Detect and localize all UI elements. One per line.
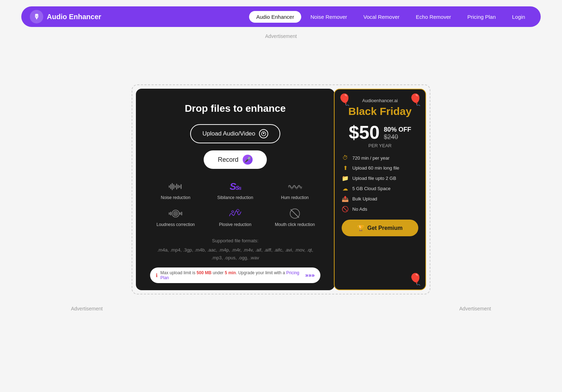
nav-login[interactable]: Login [505,11,532,23]
svg-point-17 [232,211,233,212]
upload-card: Drop files to enhance Upload Audio/Video… [136,89,335,290]
promo-off: 80% OFF $240 [384,123,411,141]
svg-point-18 [237,209,239,212]
svg-rect-4 [173,184,174,189]
promo-feature-2: 📁 Upload file upto 2 GB [342,175,418,182]
main-content: Drop files to enhance Upload Audio/Video… [0,63,562,302]
advertisement-top: Advertisement [0,33,562,39]
navbar: 🎙 Audio Enhancer Audio Enhancer Noise Re… [21,6,541,27]
features-grid: Noise reduction Sss Sibilance reduction [150,180,320,227]
cloud-icon: ☁ [342,185,349,192]
bottom-ads: Advertisement Advertisement [0,302,562,311]
bulk-icon: 📤 [342,195,349,202]
hum-label: Hum reduction [281,195,309,200]
mouth-label: Mouth click reduction [275,222,315,227]
svg-point-10 [172,210,179,217]
promo-feat-text-1: Upload 60 min long file [352,165,399,171]
promo-site: Audioenhancer.ai [362,98,398,103]
promo-features: ⏱ 720 min / per year ⬆ Upload 60 min lon… [342,155,418,212]
promo-title: Black Friday [348,105,412,117]
formats-title: Supported file formats: [157,237,313,245]
feature-sibilance: Sss Sibilance reduction [210,180,261,200]
file-icon: 📁 [342,175,349,182]
brand: 🎙 Audio Enhancer [30,10,101,23]
nav-echo-remover[interactable]: Echo Remover [409,11,458,23]
svg-rect-2 [170,184,171,189]
noise-label: Noise reduction [161,195,190,200]
svg-rect-16 [181,212,182,215]
promo-feature-4: 📤 Bulk Upload [342,195,418,202]
svg-rect-9 [181,184,182,189]
svg-point-12 [175,213,177,215]
sibilance-label: Sibilance reduction [217,195,253,200]
promo-feature-3: ☁ 5 GB Cloud Space [342,185,418,192]
limit-text: Max upload limit is 500 MB under 5 min. … [160,270,302,280]
drop-title: Drop files to enhance [185,103,286,114]
mouth-click-reduction-icon [288,207,302,220]
brand-name: Audio Enhancer [47,13,101,21]
upload-btn-icon [259,129,268,138]
nav-vocal-remover[interactable]: Vocal Remover [356,11,407,23]
feature-loudness: Loudness correction [150,207,201,227]
clock-icon: ⏱ [342,155,349,161]
premium-label: Get Premium [367,225,403,231]
loudness-label: Loudness correction [156,222,195,227]
svg-rect-3 [172,183,173,190]
feature-mouth: Mouth click reduction [269,207,320,227]
off-pct: 80% OFF [384,126,411,133]
svg-rect-8 [179,186,180,188]
promo-card: 🎈 🎈 🎈 Audioenhancer.ai Black Friday $50 … [334,89,426,290]
upload-btn-label: Upload Audio/Video [202,130,255,137]
feature-noise: Noise reduction [150,180,201,200]
svg-rect-13 [169,212,170,215]
promo-price: $50 [349,123,380,142]
hum-reduction-icon [288,180,302,193]
info-icon: ℹ [156,272,158,278]
limit-bar: ℹ Max upload limit is 500 MB under 5 min… [150,267,320,283]
feature-hum: Hum reduction [269,180,320,200]
feature-plosive: Plosive reduction [210,207,261,227]
record-button[interactable]: Record 🎤 [204,150,267,169]
svg-rect-6 [176,184,177,190]
premium-icon: 🏆 [357,225,364,231]
no-ads-icon: 🚫 [342,206,349,212]
dashed-wrapper: Drop files to enhance Upload Audio/Video… [132,84,430,294]
svg-rect-7 [178,185,179,188]
noise-reduction-icon [169,180,183,193]
navbar-links: Audio Enhancer Noise Remover Vocal Remov… [249,11,532,23]
off-original: $240 [384,133,398,141]
svg-rect-1 [169,186,170,188]
sibilance-reduction-icon: Sss [230,180,241,193]
mic-icon: 🎤 [243,155,253,165]
nav-pricing-plan[interactable]: Pricing Plan [460,11,503,23]
bottom-ad-right: Advertisement [459,306,491,311]
promo-feature-1: ⬆ Upload 60 min long file [342,165,418,171]
balloon-br: 🎈 [408,272,423,286]
svg-line-20 [291,209,299,217]
svg-rect-5 [175,186,176,188]
record-label: Record [218,156,238,164]
plosive-reduction-icon [228,207,242,220]
per-year: PER YEAR [368,143,392,148]
nav-audio-enhancer[interactable]: Audio Enhancer [249,11,301,23]
brand-icon: 🎙 [30,10,43,23]
plosive-label: Plosive reduction [219,222,251,227]
svg-rect-15 [180,212,181,215]
svg-point-11 [173,211,178,216]
balloon-tl: 🎈 [337,93,352,106]
upload-icon: ⬆ [342,165,349,171]
promo-price-row: $50 80% OFF $240 [349,123,411,142]
promo-feat-text-4: Bulk Upload [352,196,377,201]
promo-feature-0: ⏱ 720 min / per year [342,155,418,161]
get-premium-button[interactable]: 🏆 Get Premium [342,220,418,236]
nav-noise-remover[interactable]: Noise Remover [303,11,354,23]
upload-button[interactable]: Upload Audio/Video [190,124,280,143]
formats-section: Supported file formats: .m4a, .mp4, .3gp… [157,237,313,262]
bottom-ad-left: Advertisement [71,306,103,311]
loudness-correction-icon [169,207,183,220]
promo-feat-text-3: 5 GB Cloud Space [352,186,391,191]
promo-feat-text-5: No Ads [352,206,367,212]
svg-rect-14 [170,212,171,215]
limit-arrows: »»» [305,272,315,278]
formats-list2: .mp3, .opus, .ogg, .wav [157,254,313,262]
